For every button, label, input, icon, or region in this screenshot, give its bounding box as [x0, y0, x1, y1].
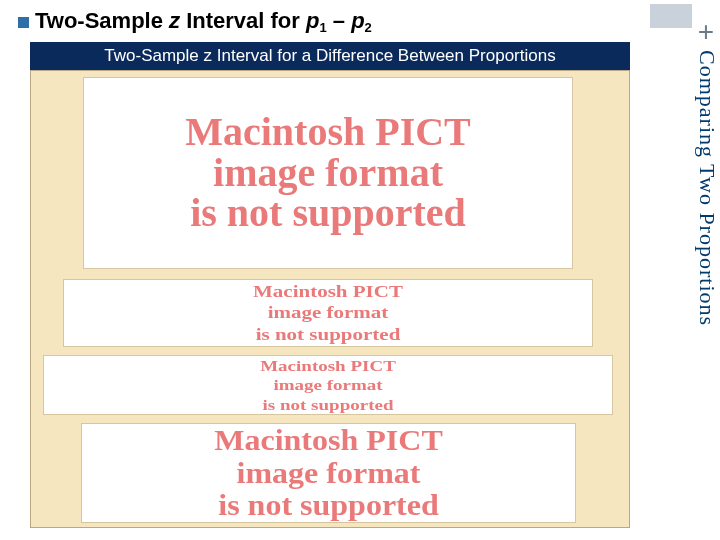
plus-decoration: + — [698, 18, 714, 46]
vertical-side-title: Comparing Two Proportions — [688, 50, 720, 430]
content-panel: Macintosh PICT image format is not suppo… — [30, 70, 630, 528]
bullet-icon — [18, 17, 29, 28]
pict-placeholder-4: Macintosh PICT image format is not suppo… — [81, 423, 576, 523]
heading-sub1: 1 — [319, 20, 326, 35]
heading-p1: p — [306, 8, 319, 33]
slide-heading: Two-Sample z Interval for p1 – p2 — [18, 8, 372, 35]
heading-z: z — [169, 8, 180, 33]
pict-line: is not supported — [218, 491, 439, 521]
heading-prefix: Two-Sample — [35, 8, 169, 33]
pict-line: Macintosh PICT — [260, 358, 396, 373]
pict-placeholder-2: Macintosh PICT image format is not suppo… — [63, 279, 593, 347]
pict-line: image format — [273, 377, 382, 392]
pict-line: is not supported — [190, 193, 466, 234]
pict-line: Macintosh PICT — [214, 425, 442, 455]
pict-line: is not supported — [256, 326, 401, 343]
heading-sub2: 2 — [365, 20, 372, 35]
pict-line: Macintosh PICT — [253, 283, 403, 300]
pict-placeholder-1: Macintosh PICT image format is not suppo… — [83, 77, 573, 269]
slide-container: + Comparing Two Proportions Two-Sample z… — [0, 0, 720, 540]
heading-dash: – — [327, 8, 351, 33]
heading-middle: Interval for — [180, 8, 306, 33]
pict-line: image format — [213, 153, 443, 194]
decorative-corner-box — [650, 4, 692, 28]
pict-line: image format — [268, 305, 389, 322]
pict-placeholder-3: Macintosh PICT image format is not suppo… — [43, 355, 613, 415]
pict-line: image format — [237, 458, 421, 488]
heading-p2: p — [351, 8, 364, 33]
pict-line: is not supported — [263, 397, 394, 412]
pict-line: Macintosh PICT — [185, 112, 471, 153]
section-title-band: Two-Sample z Interval for a Difference B… — [30, 42, 630, 70]
